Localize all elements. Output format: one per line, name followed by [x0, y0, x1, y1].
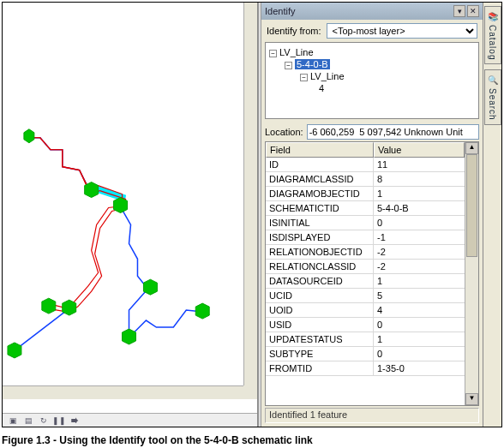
- identify-title: Identify: [265, 6, 295, 16]
- svg-marker-8: [143, 279, 157, 295]
- svg-marker-2: [114, 198, 128, 213]
- toolbar-icon-b[interactable]: ▤: [23, 415, 33, 426]
- toolbar-icon-a[interactable]: ▣: [8, 415, 18, 426]
- pause-icon[interactable]: ❚❚: [54, 415, 64, 426]
- catalog-icon: 📚: [487, 10, 499, 22]
- grid-field: ISINITIAL: [266, 216, 374, 230]
- grid-value: 1: [374, 274, 465, 289]
- tab-search[interactable]: 🔍 Search: [484, 69, 501, 125]
- grid-field: SCHEMATICTID: [266, 201, 374, 216]
- close-icon[interactable]: ✕: [467, 5, 479, 17]
- location-input[interactable]: [307, 124, 479, 140]
- grid-field: DIAGRAMOBJECTID: [266, 187, 374, 201]
- identify-from-row: Identify from: <Top-most layer>: [261, 20, 483, 42]
- scroll-down-icon[interactable]: ▼: [465, 393, 478, 405]
- tree-collapse-icon[interactable]: −: [269, 50, 277, 57]
- grid-field: UPDATESTATUS: [266, 332, 374, 347]
- identify-tree[interactable]: −LV_Line −5-4-0-B −LV_Line 4: [265, 42, 479, 119]
- map-pane: ▣ ▤ ↻ ❚❚ 🡆: [3, 3, 258, 427]
- grid-value: -2: [374, 260, 465, 274]
- grid-value: 4: [374, 303, 465, 318]
- grid-field: DIAGRAMCLASSID: [266, 172, 374, 187]
- svg-marker-7: [195, 303, 209, 319]
- search-icon: 🔍: [487, 74, 499, 86]
- grid-field: SUBTYPE: [266, 347, 374, 361]
- grid-value: 0: [374, 318, 465, 332]
- svg-marker-5: [8, 343, 21, 358]
- tree-leaf[interactable]: 4: [319, 83, 324, 93]
- schematic-link-blue: [14, 308, 69, 351]
- grid-value: 1-35-0: [374, 361, 465, 376]
- schematic-link-blue: [120, 206, 148, 340]
- grid-scrollbar[interactable]: ▲ ▼: [465, 142, 478, 405]
- scroll-thumb[interactable]: [466, 154, 477, 257]
- identify-status: Identified 1 feature: [265, 408, 479, 423]
- grid-body: Field Value ID11 DIAGRAMCLASSID8 DIAGRAM…: [266, 142, 465, 405]
- grid-header-field[interactable]: Field: [266, 142, 374, 158]
- grid-value: 0: [374, 347, 465, 361]
- tree-child[interactable]: LV_Line: [310, 71, 345, 81]
- attribute-grid: Field Value ID11 DIAGRAMCLASSID8 DIAGRAM…: [265, 141, 479, 406]
- tree-collapse-icon[interactable]: −: [285, 62, 292, 69]
- grid-field: ISDISPLAYED: [266, 230, 374, 245]
- map-scrollbar-horizontal[interactable]: [3, 385, 243, 399]
- tab-catalog[interactable]: 📚 Catalog: [484, 6, 501, 64]
- grid-value: 0: [374, 216, 465, 230]
- tab-catalog-label: Catalog: [488, 25, 497, 60]
- grid-value: 5: [374, 289, 465, 303]
- identify-panel: Identify ▾ ✕ Identify from: <Top-most la…: [261, 3, 483, 427]
- grid-value: -2: [374, 245, 465, 260]
- map-scrollbar-vertical[interactable]: [243, 3, 257, 399]
- tab-search-label: Search: [488, 88, 497, 121]
- side-tabs: 📚 Catalog 🔍 Search: [483, 3, 501, 427]
- refresh-icon[interactable]: ↻: [39, 415, 49, 426]
- grid-field: UCID: [266, 289, 374, 303]
- grid-field: FROMTID: [266, 361, 374, 376]
- map-scroll-corner: [243, 385, 257, 399]
- arrow-icon[interactable]: 🡆: [69, 415, 80, 426]
- location-label: Location:: [265, 127, 303, 137]
- dropdown-icon[interactable]: ▾: [453, 5, 465, 17]
- grid-value: 8: [374, 172, 465, 187]
- identify-title-bar: Identify ▾ ✕: [261, 3, 483, 20]
- tree-selected[interactable]: 5-4-0-B: [295, 59, 330, 69]
- grid-field: DATASOURCEID: [266, 274, 374, 289]
- svg-marker-6: [123, 329, 136, 344]
- identify-from-label: Identify from:: [267, 26, 321, 36]
- grid-header-value[interactable]: Value: [374, 142, 465, 158]
- svg-marker-4: [63, 300, 76, 315]
- schematic-link-red: [27, 138, 123, 308]
- grid-value: -1: [374, 230, 465, 245]
- scroll-up-icon[interactable]: ▲: [465, 142, 478, 154]
- grid-field: ID: [266, 158, 374, 172]
- schematic-link-red: [27, 138, 126, 312]
- node-group: [8, 129, 209, 358]
- grid-value: 1: [374, 332, 465, 347]
- map-canvas[interactable]: [3, 3, 257, 413]
- identify-from-select[interactable]: <Top-most layer>: [327, 23, 477, 39]
- svg-marker-3: [42, 298, 56, 314]
- grid-value: 11: [374, 158, 465, 172]
- grid-field: USID: [266, 318, 374, 332]
- schematic-link-blue: [129, 310, 203, 337]
- grid-field: RELATIONOBJECTID: [266, 245, 374, 260]
- grid-value: 1: [374, 187, 465, 201]
- figure-caption: Figure 1.3 - Using the Identify tool on …: [2, 434, 502, 446]
- location-row: Location:: [265, 124, 479, 140]
- grid-field: UOID: [266, 303, 374, 318]
- svg-marker-1: [85, 182, 99, 198]
- tree-collapse-icon[interactable]: −: [300, 74, 308, 81]
- map-toolbar: ▣ ▤ ↻ ❚❚ 🡆: [3, 413, 257, 427]
- schematic-link-blue: [27, 138, 90, 191]
- grid-value: 5-4-0-B: [374, 201, 465, 216]
- tree-root[interactable]: LV_Line: [279, 47, 314, 57]
- grid-field: RELATIONCLASSID: [266, 260, 374, 274]
- svg-marker-0: [24, 129, 34, 143]
